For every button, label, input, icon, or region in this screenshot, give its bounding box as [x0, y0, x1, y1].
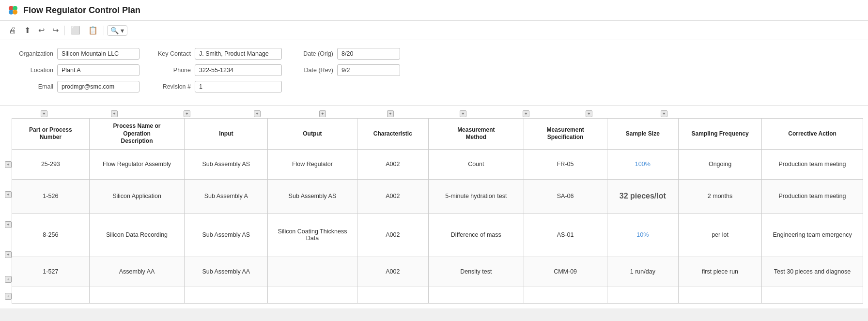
- email-group: Email: [10, 81, 140, 92]
- cell-output: Silicon Coating Thickness Data: [268, 213, 357, 257]
- upload-button[interactable]: ⬆: [21, 24, 33, 37]
- col-handle-btn-3[interactable]: +: [184, 110, 190, 117]
- cell-corrective_action: Production team meeting: [762, 179, 863, 213]
- cell-corrective_action: [762, 287, 863, 303]
- email-input[interactable]: [57, 81, 140, 92]
- cell-part_number: 1-526: [12, 179, 90, 213]
- row-handle-btn-3[interactable]: +: [5, 221, 12, 228]
- row-handle-header-spacer: [5, 118, 12, 150]
- cell-input: Sub Assembly AS: [185, 149, 268, 179]
- cell-output: Flow Regulator: [268, 149, 357, 179]
- cell-characteristic: A002: [357, 149, 428, 179]
- row-handle-5: +: [5, 270, 12, 289]
- print-button[interactable]: 🖨: [6, 24, 19, 37]
- cell-output: [268, 287, 357, 303]
- col-handle-btn-4[interactable]: +: [254, 110, 261, 117]
- org-label: Organization: [10, 50, 53, 57]
- col-handle-1: +: [13, 110, 76, 117]
- table-header-row: Part or ProcessNumber Process Name orOpe…: [12, 119, 863, 150]
- cell-measurement_spec: AS-01: [524, 213, 607, 257]
- th-sample-size: Sample Size: [607, 119, 678, 150]
- revision-input[interactable]: [195, 81, 282, 92]
- toolbar-divider: [64, 26, 65, 35]
- col-handle-6: +: [352, 110, 429, 117]
- table-row: [12, 287, 863, 303]
- key-contact-label: Key Contact: [147, 50, 191, 57]
- row-handle-1: +: [5, 150, 12, 180]
- org-group: Organization: [10, 48, 140, 60]
- col-handle-btn-7[interactable]: +: [460, 110, 466, 117]
- undo-button[interactable]: ↩: [35, 24, 47, 37]
- th-input: Input: [185, 119, 268, 150]
- col-handle-btn-2[interactable]: +: [111, 110, 118, 117]
- toolbar: 🖨 ⬆ ↩ ↪ ⬜ 📋 🔍 ▾: [0, 21, 868, 40]
- app-logo: [8, 5, 18, 15]
- zoom-button[interactable]: 🔍 ▾: [107, 25, 127, 36]
- row-handle-2: +: [5, 180, 12, 210]
- org-input[interactable]: [57, 48, 140, 60]
- row-handle-btn-5[interactable]: +: [5, 276, 12, 283]
- cell-characteristic: A002: [357, 179, 428, 213]
- cell-output: Sub Assembly AS: [268, 179, 357, 213]
- email-label: Email: [10, 83, 53, 90]
- col-handle-btn-10[interactable]: +: [661, 110, 667, 117]
- cell-measurement_method: Count: [429, 149, 524, 179]
- phone-group: Phone: [147, 64, 282, 76]
- cell-process_name: Flow Regulator Assembly: [89, 149, 185, 179]
- cell-measurement_method: Difference of mass: [429, 213, 524, 257]
- cell-part_number: 8-256: [12, 213, 90, 257]
- key-contact-input[interactable]: [195, 48, 282, 60]
- th-process-name: Process Name orOperationDescription: [89, 119, 185, 150]
- cell-input: Sub Assembly AA: [185, 257, 268, 287]
- cell-measurement_spec: FR-05: [524, 149, 607, 179]
- location-group: Location: [10, 64, 140, 76]
- paste-button[interactable]: 📋: [85, 24, 101, 37]
- form-row-email: Email Revision #: [10, 81, 858, 92]
- row-handle-btn-4[interactable]: +: [5, 251, 12, 258]
- th-output: Output: [268, 119, 357, 150]
- row-handle-btn-6[interactable]: +: [5, 293, 12, 300]
- form-row-org: Organization Key Contact Date (Orig): [10, 48, 858, 60]
- col-handle-btn-8[interactable]: +: [523, 110, 529, 117]
- row-handles: + + + + + +: [5, 118, 12, 304]
- col-handle-btn-9[interactable]: +: [586, 110, 592, 117]
- table-row: 25-293Flow Regulator AssemblySub Assembl…: [12, 149, 863, 179]
- cell-sample_size: 100%: [607, 149, 678, 179]
- cell-part_number: 25-293: [12, 149, 90, 179]
- cell-sampling_frequency: [679, 287, 762, 303]
- cell-corrective_action: Engineering team emergency: [762, 213, 863, 257]
- form-section: Organization Key Contact Date (Orig) Loc…: [0, 40, 868, 106]
- col-handle-9: +: [555, 110, 623, 117]
- row-handle-btn-1[interactable]: +: [5, 161, 12, 168]
- phone-input[interactable]: [195, 64, 282, 76]
- row-handle-3: +: [5, 210, 12, 240]
- date-rev-label: Date (Rev): [290, 67, 333, 74]
- col-handle-btn-1[interactable]: +: [41, 110, 47, 117]
- cell-input: Sub Assembly AS: [185, 213, 268, 257]
- col-handle-2: +: [76, 110, 153, 117]
- th-measurement-method: MeasurementMethod: [429, 119, 524, 150]
- cell-characteristic: A002: [357, 213, 428, 257]
- cell-measurement_spec: SA-06: [524, 179, 607, 213]
- date-orig-label: Date (Orig): [290, 50, 333, 57]
- date-rev-input[interactable]: [337, 64, 400, 76]
- redo-button[interactable]: ↪: [49, 24, 62, 37]
- col-handle-btn-6[interactable]: +: [387, 110, 394, 117]
- col-handle-7: +: [429, 110, 497, 117]
- col-handle-8: +: [497, 110, 555, 117]
- col-handle-4: +: [221, 110, 294, 117]
- revision-label: Revision #: [147, 83, 191, 90]
- col-handle-3: +: [153, 110, 221, 117]
- row-handle-btn-2[interactable]: +: [5, 191, 12, 198]
- control-plan-table: Part or ProcessNumber Process Name orOpe…: [12, 118, 863, 304]
- col-handle-btn-5[interactable]: +: [319, 110, 326, 117]
- copy-button[interactable]: ⬜: [68, 24, 83, 37]
- cell-sampling_frequency: first piece run: [679, 257, 762, 287]
- date-orig-input[interactable]: [337, 48, 400, 60]
- cell-measurement_method: Density test: [429, 257, 524, 287]
- th-part-number: Part or ProcessNumber: [12, 119, 90, 150]
- location-input[interactable]: [57, 64, 140, 76]
- cell-measurement_method: 5-minute hydration test: [429, 179, 524, 213]
- cell-process_name: Silicon Application: [89, 179, 185, 213]
- th-corrective-action: Corrective Action: [762, 119, 863, 150]
